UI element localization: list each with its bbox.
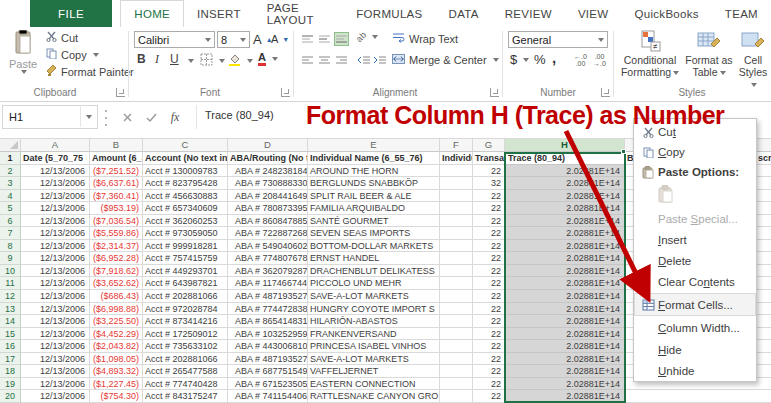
tab-view[interactable]: VIEW	[565, 0, 622, 27]
cell-date[interactable]: 12/13/2006	[21, 277, 90, 290]
cell-amount[interactable]: ($2,043.82)	[90, 340, 143, 353]
row-number[interactable]: 14	[0, 315, 21, 328]
grow-font-button[interactable]: A▲	[253, 32, 273, 47]
cell-date[interactable]: 12/13/2006	[21, 265, 90, 278]
cell-account[interactable]: Acct # 735633102	[143, 340, 228, 353]
cell-transaction[interactable]: 22	[473, 328, 505, 341]
cell-account[interactable]: Acct # 823795428	[143, 177, 228, 190]
cell-trace-selected[interactable]: 2.02881E+14	[505, 378, 625, 391]
cell-individual-name[interactable]: ERNST HANDEL	[308, 252, 440, 265]
format-painter-button[interactable]: Format Painter	[46, 65, 134, 78]
format-as-table-button[interactable]: Format asTable	[684, 30, 734, 78]
cell-aba-routing[interactable]: ABA # 248238184	[228, 165, 308, 178]
cell-amount[interactable]: ($7,918.62)	[90, 265, 143, 278]
row-number[interactable]: 16	[0, 340, 21, 353]
name-box[interactable]: H1	[2, 105, 98, 129]
cell-account[interactable]: Acct # 774740428	[143, 378, 228, 391]
cell-individual-name[interactable]: VAFFELJERNET	[308, 365, 440, 378]
cell-account[interactable]: Acct # 202881066	[143, 353, 228, 366]
cell-amount[interactable]: ($4,893.32)	[90, 365, 143, 378]
cell-a1[interactable]: Date (5_70_75	[21, 152, 90, 165]
cell-f[interactable]	[440, 390, 473, 403]
cell-individual-name[interactable]: BERGLUNDS SNABBKÖP	[308, 177, 440, 190]
cell-trace-selected[interactable]: 2.02881E+14	[505, 290, 625, 303]
column-header-f[interactable]: F	[440, 139, 473, 152]
cell-aba-routing[interactable]: ABA # 362079287	[228, 265, 308, 278]
cell-account[interactable]: Acct # 362060253	[143, 215, 228, 228]
cell-g1[interactable]: Transa	[473, 152, 505, 165]
cell-f[interactable]	[440, 177, 473, 190]
accounting-format-button[interactable]: $	[510, 52, 529, 67]
orientation-button[interactable]: ab	[356, 32, 378, 42]
copy-button[interactable]: Copy	[46, 48, 99, 61]
row-number[interactable]: 7	[0, 227, 21, 240]
cell-date[interactable]: 12/13/2006	[21, 303, 90, 316]
align-bottom-button[interactable]	[334, 32, 349, 46]
cell-account[interactable]: Acct # 972028784	[143, 303, 228, 316]
cell-f[interactable]	[440, 240, 473, 253]
cell-aba-routing[interactable]: ABA # 671523505	[228, 378, 308, 391]
cell-amount[interactable]: ($6,952.28)	[90, 252, 143, 265]
menu-item-unhide[interactable]: Unhide	[634, 360, 756, 381]
cell-trace-selected[interactable]: 2.02881E+14	[505, 190, 625, 203]
row-number[interactable]: 6	[0, 215, 21, 228]
cell-i[interactable]	[625, 390, 771, 403]
cell-individual-name[interactable]: HUNGRY COYOTE IMPORT S	[308, 303, 440, 316]
row-number[interactable]: 13	[0, 303, 21, 316]
cell-account[interactable]: Acct # 172509012	[143, 328, 228, 341]
cell-f[interactable]	[440, 303, 473, 316]
cell-d1[interactable]: ABA/Routing (No tex	[228, 152, 308, 165]
cell-individual-name[interactable]: SAVE-A-LOT MARKETS	[308, 290, 440, 303]
cell-individual-name[interactable]: EASTERN CONNECTION	[308, 378, 440, 391]
cell-transaction[interactable]: 22	[473, 390, 505, 403]
conditional-formatting-button[interactable]: ≠ ConditionalFormatting	[618, 30, 682, 78]
cell-individual-name[interactable]: RATTLESNAKE CANYON GRO	[308, 390, 440, 403]
menu-item-format-cells[interactable]: Format Cells...	[634, 293, 756, 316]
cell-trace-selected[interactable]: 2.02881E+14	[505, 353, 625, 366]
row-number[interactable]: 2	[0, 165, 21, 178]
font-size-combo[interactable]: 8	[217, 31, 250, 48]
cell-f[interactable]	[440, 315, 473, 328]
font-name-combo[interactable]: Calibri	[134, 31, 215, 48]
row-number[interactable]: 10	[0, 265, 21, 278]
cell-transaction[interactable]: 22	[473, 315, 505, 328]
cell-f[interactable]	[440, 190, 473, 203]
cell-transaction[interactable]: 22	[473, 202, 505, 215]
copy-dropdown[interactable]	[93, 53, 99, 57]
font-color-button[interactable]: A	[258, 51, 278, 66]
cell-individual-name[interactable]: SANTÉ GOURMET	[308, 215, 440, 228]
menu-item-clear-contents[interactable]: Clear Contents	[634, 271, 756, 293]
cell-aba-routing[interactable]: ABA # 687751549	[228, 365, 308, 378]
increase-indent-button[interactable]	[372, 53, 387, 67]
tab-file[interactable]: FILE	[30, 0, 112, 27]
alignment-dialog-launcher[interactable]	[490, 88, 499, 97]
enter-button[interactable]	[142, 109, 160, 125]
cell-f[interactable]	[440, 340, 473, 353]
cell-amount[interactable]: ($7,036.54)	[90, 215, 143, 228]
cell-f1[interactable]: Individua	[440, 152, 473, 165]
row-number[interactable]: 18	[0, 365, 21, 378]
cell-transaction[interactable]: 22	[473, 303, 505, 316]
cell-date[interactable]: 12/13/2006	[21, 215, 90, 228]
cell-f[interactable]	[440, 202, 473, 215]
cell-transaction[interactable]: 22	[473, 215, 505, 228]
cell-amount[interactable]: ($1,098.05)	[90, 353, 143, 366]
bold-button[interactable]: B	[137, 52, 146, 66]
cell-transaction[interactable]: 22	[473, 353, 505, 366]
cell-individual-name[interactable]: PICCOLO UND MEHR	[308, 277, 440, 290]
cell-individual-name[interactable]: AROUND THE HORN	[308, 165, 440, 178]
fill-handle[interactable]	[621, 149, 626, 154]
tab-page-layout[interactable]: PAGE LAYOUT	[254, 0, 343, 27]
cell-f[interactable]	[440, 215, 473, 228]
cell-amount[interactable]: ($4,452.29)	[90, 328, 143, 341]
cell-transaction[interactable]: 22	[473, 365, 505, 378]
align-middle-button[interactable]	[317, 32, 332, 46]
cell-individual-name[interactable]: DRACHENBLUT DELIKATESS	[308, 265, 440, 278]
cell-h1-active[interactable]: Trace (80_94)	[505, 152, 625, 165]
menu-item-delete[interactable]: Delete	[634, 250, 756, 271]
cell-trace-selected[interactable]: 2.02881E+14	[505, 277, 625, 290]
paste-dropdown[interactable]	[21, 70, 27, 74]
cell-aba-routing[interactable]: ABA # 860847885	[228, 215, 308, 228]
tab-home[interactable]: HOME	[120, 0, 184, 27]
tab-data[interactable]: DATA	[436, 0, 492, 27]
